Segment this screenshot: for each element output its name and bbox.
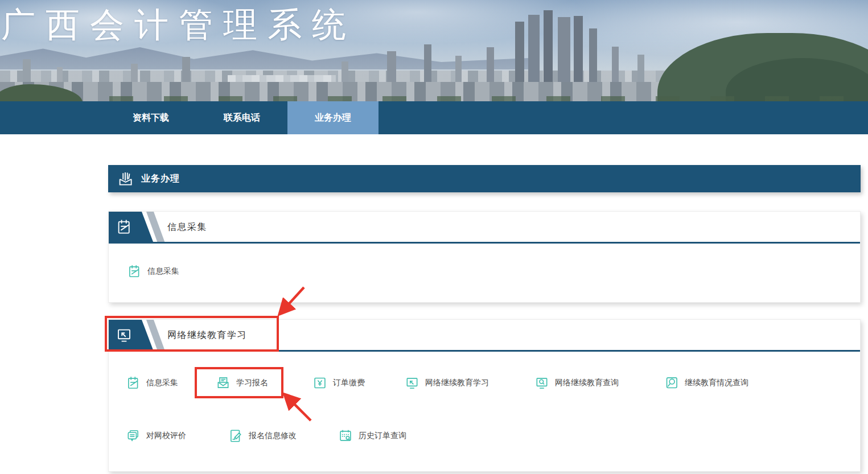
monitor-arrow-icon — [116, 327, 133, 344]
service-item-history-order-query[interactable]: 历史订单查询 — [338, 428, 406, 443]
nav-tab-download[interactable]: 资料下载 — [105, 101, 196, 134]
clipboard-edit-icon — [127, 264, 142, 279]
monitor-search-icon — [534, 376, 549, 390]
service-item-label: 历史订单查询 — [359, 431, 406, 441]
clipboard-edit-icon — [126, 376, 141, 390]
service-item-online-education-query[interactable]: 网络继续教育查询 — [534, 376, 619, 390]
service-item-label: 继续教育情况查询 — [685, 378, 748, 388]
service-item-info-collection[interactable]: 信息采集 — [126, 376, 178, 390]
nav-tab-contact[interactable]: 联系电话 — [196, 101, 287, 134]
section-title: 信息采集 — [167, 212, 207, 242]
section-title: 网络继续教育学习 — [167, 320, 247, 350]
section-divider-line — [109, 242, 860, 244]
section-header: 信息采集 — [109, 212, 860, 242]
banner: 广西会计管理系统 — [0, 0, 868, 101]
greenery-strip — [0, 96, 868, 101]
service-item-order-payment[interactable]: 订单缴费 — [312, 376, 365, 390]
service-item-label: 信息采集 — [147, 266, 179, 277]
yen-box-icon — [312, 376, 327, 390]
service-item-label: 信息采集 — [146, 378, 178, 388]
monitor-arrow-icon — [405, 376, 419, 390]
envelope-letter-icon — [216, 376, 231, 390]
service-item-label: 报名信息修改 — [249, 431, 297, 441]
page-header-bar: 业务办理 — [108, 165, 861, 192]
main-navbar: 资料下载 联系电话 业务办理 — [0, 101, 868, 134]
section-divider-line — [109, 350, 860, 352]
search-box-icon — [664, 376, 679, 390]
calendar-search-icon — [338, 428, 353, 443]
service-item-continuing-education-status-query[interactable]: 继续教育情况查询 — [664, 376, 748, 390]
service-item-enrollment-info-edit[interactable]: 报名信息修改 — [228, 428, 297, 443]
site-title: 广西会计管理系统 — [1, 2, 356, 48]
tray-books-icon — [117, 170, 134, 187]
service-item-info-collection[interactable]: 信息采集 — [127, 264, 179, 279]
service-item-label: 网络继续教育查询 — [555, 378, 619, 388]
document-edit-icon — [228, 428, 243, 443]
section-header: 网络继续教育学习 — [109, 320, 860, 350]
clipboard-edit-icon — [116, 219, 133, 236]
service-item-label: 订单缴费 — [333, 378, 365, 388]
section-card-info-collection: 信息采集 信息采集 — [108, 211, 861, 303]
service-item-label: 学习报名 — [236, 378, 268, 388]
service-item-online-education-study[interactable]: 网络继续教育学习 — [405, 376, 489, 390]
nav-tab-business[interactable]: 业务办理 — [287, 101, 379, 134]
service-item-label: 对网校评价 — [146, 431, 186, 441]
service-item-study-enroll[interactable]: 学习报名 — [216, 376, 268, 390]
service-item-school-evaluation[interactable]: 对网校评价 — [126, 428, 186, 443]
service-item-label: 网络继续教育学习 — [425, 378, 489, 388]
page-header-label: 业务办理 — [141, 173, 180, 185]
nav-tabs: 资料下载 联系电话 业务办理 — [105, 101, 379, 134]
section-card-online-education: 网络继续教育学习 信息采集 学习报名 订单缴费 — [108, 319, 861, 472]
chat-bubbles-icon — [126, 428, 141, 443]
